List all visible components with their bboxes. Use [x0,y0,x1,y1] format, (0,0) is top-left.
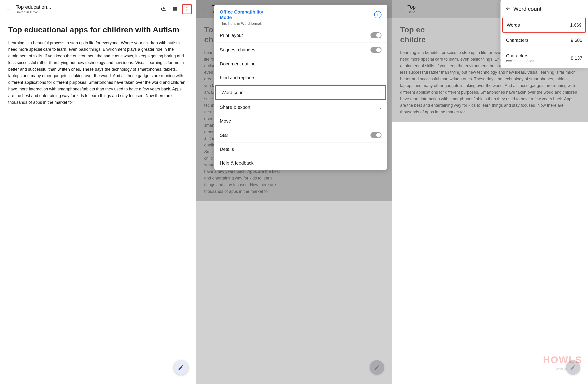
doc-subtitle-1: Saved in Drive [16,10,155,14]
topbar-actions-1 [158,4,192,14]
menu-item-move[interactable]: Move [214,114,387,128]
wc-words-label: Words [507,22,520,28]
watermark: HOWLS wxdn.com [542,352,583,370]
doc-heading-1: Top educational apps for children with A… [8,25,188,35]
wc-chars-nospace-labels: Characters excluding spaces [506,53,534,63]
doc-body-1: Top educational apps for children with A… [0,18,196,112]
move-label: Move [220,119,231,124]
menu-item-details[interactable]: Details [214,142,387,156]
panel-1: ← Top education... Saved in Drive Top ed… [0,0,196,384]
doc-title-3: Top [407,4,467,10]
wc-row-chars-nospace: Characters excluding spaces 8,137 [501,48,588,68]
print-layout-label: Print layout [220,33,243,38]
fab-1[interactable] [174,360,188,375]
office-compat-title: Office CompatibilityMode [220,9,263,20]
find-replace-label: Find and replace [220,75,254,80]
wc-header: Word count [501,0,588,16]
word-count-label: Word count [221,90,245,95]
title-group-1: Top education... Saved in Drive [16,4,155,14]
doc-title-1: Top education... [16,4,75,10]
back-button-3[interactable]: ← [396,5,405,14]
menu-item-document-outline[interactable]: Document outline [214,57,387,71]
menu-item-share-export[interactable]: Share & export › [214,101,387,114]
more-vert-button-1[interactable] [182,4,192,14]
word-count-right: › [378,90,380,95]
star-label: Star [220,133,228,138]
star-toggle[interactable] [371,132,381,138]
info-circle-icon[interactable]: i [374,11,381,18]
details-label: Details [220,147,234,152]
wc-row-words: Words 1,669 [502,18,586,33]
wc-chars-value: 9,686 [571,38,582,43]
wc-chars-nospace-value: 8,137 [571,56,582,61]
panel-3: ← Top Save Top ecchildre Learning is a b… [392,0,588,384]
menu-item-word-count[interactable]: Word count › [215,85,386,100]
word-count-chevron-icon: › [378,90,380,95]
svg-point-0 [187,7,188,8]
word-count-panel: Word count Words 1,669 Characters 9,686 … [501,0,588,68]
print-layout-right [371,32,381,38]
suggest-changes-right [371,47,381,53]
wc-title: Word count [513,6,541,12]
menu-item-print-layout[interactable]: Print layout [214,28,387,43]
menu-item-help-feedback[interactable]: Help & feedback [214,156,387,170]
dropdown-header-top: Office CompatibilityMode i [220,9,381,20]
share-export-chevron-icon: › [380,105,381,110]
menu-item-suggest-changes[interactable]: Suggest changes [214,43,387,57]
svg-text:HOWLS: HOWLS [543,354,582,365]
comment-icon[interactable] [170,4,180,14]
dropdown-menu: Office CompatibilityMode i This file is … [214,5,387,170]
wc-words-value: 1,669 [570,22,582,28]
suggest-changes-toggle[interactable] [371,47,381,53]
star-right [371,132,381,138]
svg-point-2 [187,10,188,11]
wc-chars-nospace-label: Characters [506,53,534,59]
wc-chars-nospace-sublabel: excluding spaces [506,59,534,63]
office-compat-info: This file is in Word format. [220,21,381,26]
doc-content-1: Learning is a beautiful process to step … [8,40,188,106]
print-layout-toggle[interactable] [371,32,381,38]
share-export-label: Share & export [220,105,250,110]
share-export-right: › [380,105,381,110]
dropdown-header: Office CompatibilityMode i This file is … [214,5,387,28]
svg-point-1 [187,9,188,10]
wc-back-button[interactable] [505,5,511,12]
topbar-1: ← Top education... Saved in Drive [0,0,196,18]
back-button-1[interactable]: ← [4,5,13,14]
document-outline-label: Document outline [220,61,256,67]
person-add-icon[interactable] [158,4,168,14]
wc-chars-label: Characters [506,38,528,43]
menu-item-star[interactable]: Star [214,128,387,142]
suggest-changes-label: Suggest changes [220,47,255,53]
menu-item-find-replace[interactable]: Find and replace [214,71,387,85]
help-feedback-label: Help & feedback [220,161,253,166]
panel-2: ← Top Save Top ecchildre Learning is... … [196,0,392,384]
wc-row-chars: Characters 9,686 [501,33,588,48]
